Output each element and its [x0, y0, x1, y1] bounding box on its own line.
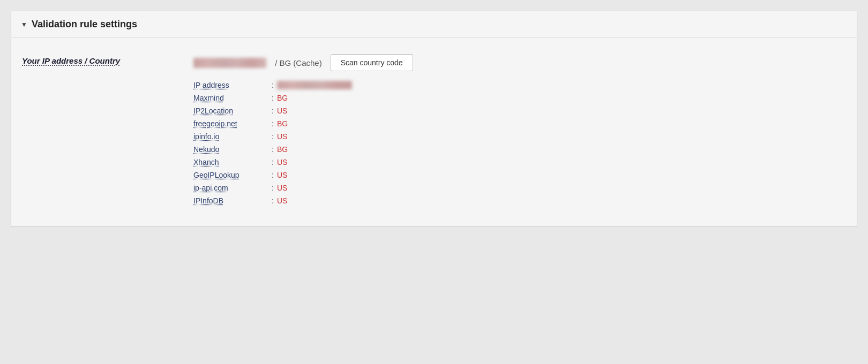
geo-separator: :	[272, 196, 274, 205]
geo-separator: :	[272, 145, 274, 154]
ip-value-blurred: ███.██.██.█	[277, 81, 352, 89]
geo-list-item: IPInfoDB : US	[193, 196, 846, 205]
geo-country-code: BG	[277, 94, 288, 102]
geo-separator: :	[272, 132, 274, 141]
geo-country-code: US	[277, 132, 287, 141]
geo-service-name[interactable]: Xhanch	[193, 158, 268, 166]
geo-list-item: IP2Location : US	[193, 107, 846, 115]
section-title: Validation rule settings	[32, 19, 137, 30]
geo-service-name[interactable]: ipinfo.io	[193, 132, 268, 141]
geo-separator: :	[272, 171, 274, 179]
geo-list-item: GeoIPLookup : US	[193, 171, 846, 179]
geo-service-name[interactable]: IP2Location	[193, 107, 268, 115]
geo-separator: :	[272, 94, 274, 102]
collapse-icon[interactable]: ▼	[21, 21, 27, 28]
geo-country-code: US	[277, 196, 287, 205]
ip-address-blurred: ███.██.██.██	[193, 58, 266, 68]
geo-service-name[interactable]: IPInfoDB	[193, 196, 268, 205]
value-column: ███.██.██.██ / BG (Cache) Scan country c…	[193, 54, 846, 205]
geo-list-item: ip-api.com : US	[193, 184, 846, 192]
geo-list-item: freegeoip.net : BG	[193, 119, 846, 128]
geo-list-item: Maxmind : BG	[193, 94, 846, 102]
section-content: Your IP address / Country ███.██.██.██ /…	[11, 38, 857, 226]
geo-country-code: US	[277, 107, 287, 115]
geo-service-name[interactable]: Nekudo	[193, 145, 268, 154]
ip-country-row: Your IP address / Country ███.██.██.██ /…	[22, 54, 846, 205]
geo-service-name[interactable]: ip-api.com	[193, 184, 268, 192]
geo-separator: :	[272, 81, 274, 89]
geo-country-code: BG	[277, 145, 288, 154]
ip-country-badge: / BG (Cache)	[275, 58, 322, 67]
geo-list-item: Nekudo : BG	[193, 145, 846, 154]
geo-country-code: BG	[277, 119, 288, 128]
geo-service-name: IP address	[193, 81, 268, 89]
geo-country-code: US	[277, 171, 287, 179]
label-column: Your IP address / Country	[22, 54, 193, 65]
page-container: ▼ Validation rule settings Your IP addre…	[0, 0, 868, 364]
geo-service-name[interactable]: Maxmind	[193, 94, 268, 102]
geo-separator: :	[272, 158, 274, 166]
ip-address-label: Your IP address / Country	[22, 56, 120, 65]
section-header: ▼ Validation rule settings	[11, 11, 857, 38]
geo-list-item: Xhanch : US	[193, 158, 846, 166]
geo-country-code: US	[277, 184, 287, 192]
ip-header-row: ███.██.██.██ / BG (Cache) Scan country c…	[193, 54, 846, 71]
geo-service-name[interactable]: GeoIPLookup	[193, 171, 268, 179]
geo-list-item: IP address :███.██.██.█	[193, 81, 846, 89]
geo-country-code: US	[277, 158, 287, 166]
geo-services-list: IP address :███.██.██.█Maxmind : BGIP2Lo…	[193, 81, 846, 205]
geo-separator: :	[272, 184, 274, 192]
geo-separator: :	[272, 107, 274, 115]
geo-service-name[interactable]: freegeoip.net	[193, 119, 268, 128]
geo-list-item: ipinfo.io : US	[193, 132, 846, 141]
scan-country-button[interactable]: Scan country code	[331, 54, 413, 71]
validation-section: ▼ Validation rule settings Your IP addre…	[11, 11, 857, 227]
geo-separator: :	[272, 119, 274, 128]
